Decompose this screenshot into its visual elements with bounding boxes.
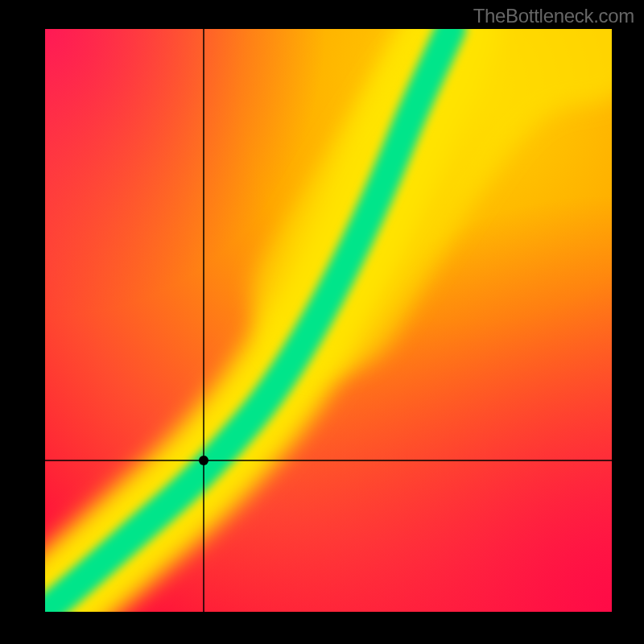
plot-area	[45, 29, 612, 612]
watermark-text: TheBottleneck.com	[473, 5, 634, 27]
marker-dot	[199, 456, 208, 465]
chart-container: TheBottleneck.com	[0, 0, 644, 644]
heatmap-svg	[0, 0, 644, 644]
